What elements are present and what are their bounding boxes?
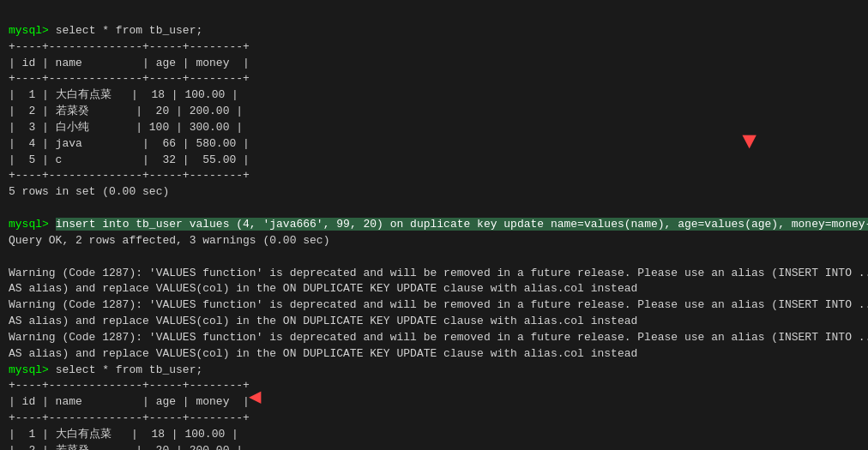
table-border-1: +----+--------------+-----+--------+ [9, 40, 250, 53]
table-row-3: | 3 | 白小纯 | 100 | 300.00 | [9, 121, 243, 134]
warning-3: Warning (Code 1287): 'VALUES function' i… [9, 331, 868, 344]
prompt-1: mysql> [9, 24, 49, 37]
terminal-output: mysql> select * from tb_user; +----+----… [9, 7, 859, 450]
query-ok: Query OK, 2 rows affected, 3 warnings (0… [9, 234, 329, 247]
table-border-3: +----+--------------+-----+--------+ [9, 169, 250, 182]
prompt-3: mysql> [9, 363, 49, 376]
table-row2-1: | 1 | 大白有点菜 | 18 | 100.00 | [9, 428, 238, 441]
table-header-2: | id | name | age | money | [9, 395, 250, 408]
rows-in-set-1: 5 rows in set (0.00 sec) [9, 185, 169, 198]
arrow-down-icon: ▼ [742, 130, 756, 154]
warning-2: Warning (Code 1287): 'VALUES function' i… [9, 298, 868, 311]
warning-1b: AS alias) and replace VALUES(col) in the… [9, 282, 637, 295]
warning-2b: AS alias) and replace VALUES(col) in the… [9, 315, 637, 327]
command-1: select * from tb_user; [56, 24, 203, 37]
warning-1: Warning (Code 1287): 'VALUES function' i… [9, 267, 868, 279]
table-border-5: +----+--------------+-----+--------+ [9, 411, 250, 424]
command-2: insert into tb_user values (4, 'java666'… [56, 218, 868, 231]
table-header: | id | name | age | money | [9, 57, 250, 69]
table-row-1: | 1 | 大白有点菜 | 18 | 100.00 | [9, 88, 238, 101]
warning-3b: AS alias) and replace VALUES(col) in the… [9, 347, 637, 360]
table-row-4: | 4 | java | 66 | 580.00 | [9, 137, 250, 150]
command-3: select * from tb_user; [56, 363, 203, 376]
arrow-right-icon: ◀ [249, 387, 261, 408]
table-row-5: | 5 | c | 32 | 55.00 | [9, 153, 250, 166]
prompt-2: mysql> [9, 218, 49, 231]
table-row2-2: | 2 | 若菜癸 | 20 | 200.00 | [9, 444, 243, 450]
table-border-4: +----+--------------+-----+--------+ [9, 379, 250, 392]
table-row-2: | 2 | 若菜癸 | 20 | 200.00 | [9, 105, 243, 117]
table-border-2: +----+--------------+-----+--------+ [9, 72, 250, 85]
